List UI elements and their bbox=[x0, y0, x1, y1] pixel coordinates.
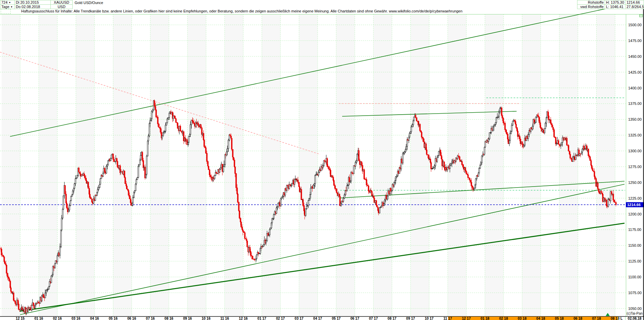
svg-text:02 16: 02 16 bbox=[53, 316, 62, 320]
currency-field: USD bbox=[50, 4, 73, 9]
svg-text:1425.00: 1425.00 bbox=[628, 70, 642, 74]
svg-text:03 18: 03 18 bbox=[518, 316, 526, 320]
date-to-field[interactable]: Do 02.08.2018 bbox=[14, 4, 51, 9]
svg-text:03 17: 03 17 bbox=[295, 316, 304, 320]
symbol-field[interactable]: XAUUSD bbox=[50, 0, 73, 5]
taipan-chart-window: 1500.001475.001450.001425.001400.001375.… bbox=[0, 0, 644, 320]
svg-text:03 16: 03 16 bbox=[72, 316, 80, 320]
svg-text:06 17: 06 17 bbox=[350, 316, 359, 320]
last-date-label: 02.08.18 bbox=[628, 316, 642, 320]
svg-text:1175.00: 1175.00 bbox=[628, 228, 641, 232]
svg-text:01 16: 01 16 bbox=[34, 316, 43, 320]
svg-text:1100.00: 1100.00 bbox=[628, 275, 641, 279]
svg-text:07 18: 07 18 bbox=[592, 316, 601, 320]
svg-text:12 15: 12 15 bbox=[16, 316, 25, 320]
svg-text:08 17: 08 17 bbox=[388, 316, 396, 320]
svg-text:07 16: 07 16 bbox=[146, 316, 155, 320]
svg-text:10 16: 10 16 bbox=[202, 316, 210, 320]
svg-text:1400.00: 1400.00 bbox=[628, 86, 642, 90]
svg-text:05 16: 05 16 bbox=[109, 316, 117, 320]
svg-text:06 16: 06 16 bbox=[127, 316, 136, 320]
svg-text:1150.00: 1150.00 bbox=[628, 243, 641, 247]
month-shading-bands bbox=[2, 14, 615, 316]
period-low-label: L: 1046.41 bbox=[605, 4, 626, 9]
svg-text:1214.66: 1214.66 bbox=[627, 203, 641, 207]
svg-text:1250.00: 1250.00 bbox=[628, 181, 642, 185]
svg-text:1325.00: 1325.00 bbox=[628, 133, 642, 137]
chevron-down-icon: ▼ bbox=[8, 1, 11, 4]
last-price-header: 1214.66 bbox=[625, 0, 644, 5]
svg-text:01 18: 01 18 bbox=[481, 316, 489, 320]
svg-text:02 18: 02 18 bbox=[499, 316, 508, 320]
svg-text:02 17: 02 17 bbox=[276, 316, 285, 320]
last-price-tag: 1214.66 bbox=[626, 202, 644, 207]
svg-text:08 16: 08 16 bbox=[164, 316, 173, 320]
period-count-dropdown[interactable]: 724 ▼ bbox=[0, 0, 15, 5]
svg-text:1500.00: 1500.00 bbox=[628, 23, 642, 27]
svg-text:04 18: 04 18 bbox=[536, 316, 545, 320]
svg-text:09 16: 09 16 bbox=[183, 316, 192, 320]
period-high-label: H: 1375.30 bbox=[605, 0, 626, 5]
svg-text:12 16: 12 16 bbox=[239, 316, 248, 320]
svg-text:1350.00: 1350.00 bbox=[628, 117, 642, 121]
svg-text:1050.00: 1050.00 bbox=[628, 307, 642, 311]
svg-text:1375.00: 1375.00 bbox=[628, 102, 642, 106]
svg-text:10 17: 10 17 bbox=[425, 316, 434, 320]
group-label: Rohstoffe bbox=[577, 0, 605, 5]
svg-text:04 16: 04 16 bbox=[90, 316, 99, 320]
svg-text:01 17: 01 17 bbox=[257, 316, 266, 320]
disclaimer-text: Haftungsausschluss für Inhalte: Alle Tre… bbox=[21, 9, 462, 13]
period-unit-dropdown[interactable]: Tage ▼ bbox=[0, 4, 15, 9]
svg-text:04 17: 04 17 bbox=[313, 316, 322, 320]
empty-header-cell bbox=[1, 9, 11, 14]
svg-text:06 18: 06 18 bbox=[573, 316, 582, 320]
svg-text:1075.00: 1075.00 bbox=[628, 291, 642, 295]
svg-text:05 18: 05 18 bbox=[555, 316, 564, 320]
last-bar-marker-label: L bbox=[620, 316, 623, 320]
svg-text:09 17: 09 17 bbox=[406, 316, 415, 320]
svg-text:1225.00: 1225.00 bbox=[628, 196, 642, 200]
svg-text:11 17: 11 17 bbox=[443, 316, 452, 320]
svg-text:07 17: 07 17 bbox=[369, 316, 378, 320]
range-info: 27.8/264.5 bbox=[625, 4, 644, 9]
chart-background bbox=[0, 0, 644, 320]
svg-text:08 18: 08 18 bbox=[611, 316, 619, 320]
period-unit-value: Tage bbox=[1, 5, 9, 9]
svg-text:1125.00: 1125.00 bbox=[628, 259, 641, 263]
svg-text:11 16: 11 16 bbox=[220, 316, 229, 320]
date-from-field[interactable]: Di 20.10.2015 bbox=[14, 0, 51, 5]
candlestick-chart-canvas[interactable]: 1500.001475.001450.001425.001400.001375.… bbox=[0, 0, 644, 320]
svg-text:1475.00: 1475.00 bbox=[628, 39, 642, 43]
svg-text:05 17: 05 17 bbox=[332, 316, 340, 320]
copyright-label: (c)Tai-Pan bbox=[627, 311, 643, 315]
svg-text:1450.00: 1450.00 bbox=[628, 54, 642, 58]
svg-text:1275.00: 1275.00 bbox=[628, 165, 642, 169]
chevron-down-icon: ▼ bbox=[10, 6, 13, 8]
svg-text:1300.00: 1300.00 bbox=[628, 149, 642, 153]
feed-label: vwd Rohstoffe bbox=[577, 4, 605, 9]
period-count-value: 724 bbox=[1, 0, 7, 4]
svg-text:1200.00: 1200.00 bbox=[628, 212, 642, 216]
svg-text:12 17: 12 17 bbox=[462, 316, 471, 320]
instrument-title: Gold USD/Ounce bbox=[75, 1, 103, 5]
